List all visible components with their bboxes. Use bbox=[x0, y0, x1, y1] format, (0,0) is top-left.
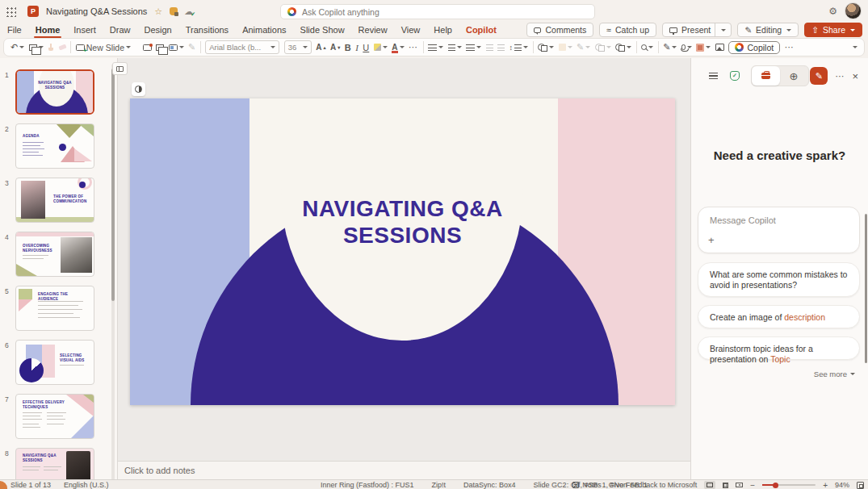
shapes-button[interactable] bbox=[538, 44, 554, 52]
sensitivity-label-icon[interactable] bbox=[170, 7, 178, 15]
work-mode-button[interactable] bbox=[752, 66, 780, 86]
slide-editor[interactable]: NAVIGATING Q&A SESSIONS bbox=[130, 98, 675, 405]
slide-thumbnail-4[interactable]: OVERCOMING NERVOUSNESS bbox=[15, 232, 94, 277]
tab-transitions[interactable]: Transitions bbox=[186, 25, 229, 35]
tab-draw[interactable]: Draw bbox=[110, 25, 131, 35]
collapse-ribbon-button[interactable] bbox=[853, 46, 858, 48]
slide-title[interactable]: NAVIGATING Q&A SESSIONS bbox=[243, 195, 562, 249]
undo-button[interactable]: ↶ bbox=[10, 42, 24, 52]
slide-thumbnail-5[interactable]: ENGAGING THE AUDIENCE bbox=[15, 286, 94, 331]
autosave-cloud-icon[interactable]: ☁ bbox=[184, 6, 193, 17]
new-chat-button[interactable]: ✎ bbox=[810, 67, 828, 85]
tab-design[interactable]: Design bbox=[144, 25, 171, 35]
catch-up-button[interactable]: ≈ Catch up bbox=[599, 23, 656, 37]
notes-toggle[interactable]: Notes bbox=[572, 481, 602, 489]
present-button[interactable]: Present bbox=[662, 23, 732, 37]
thumb-photo bbox=[61, 237, 92, 273]
new-slide-button[interactable]: New Slide bbox=[76, 43, 131, 52]
suggestion-pill-1[interactable]: What are some common mistakes to avoid i… bbox=[698, 262, 860, 297]
ribbon-overflow-button[interactable]: ⋯ bbox=[785, 42, 795, 52]
slide-sorter-icon[interactable] bbox=[723, 483, 728, 488]
bold-button[interactable]: B bbox=[345, 43, 351, 52]
dictate-button[interactable] bbox=[681, 44, 692, 50]
suggestion-pill-2[interactable]: Create an image of description bbox=[698, 305, 860, 328]
copilot-search-box[interactable]: Ask Copilot anything bbox=[280, 4, 595, 19]
bullets-button[interactable] bbox=[428, 44, 443, 51]
zoom-level[interactable]: 94% bbox=[835, 481, 849, 489]
tab-review[interactable]: Review bbox=[359, 25, 388, 35]
pane-more-options-button[interactable]: ⋯ bbox=[835, 71, 845, 82]
designer-suggestion-button[interactable] bbox=[132, 82, 145, 96]
zoom-slider[interactable] bbox=[762, 484, 816, 486]
app-launcher-icon[interactable] bbox=[6, 6, 16, 17]
tab-slide-show[interactable]: Slide Show bbox=[300, 25, 345, 35]
slide-thumbnail-8[interactable]: NAVIGATING Q&A SESSIONS bbox=[15, 448, 94, 479]
italic-button[interactable]: I bbox=[355, 43, 359, 52]
reuse-slides-button[interactable] bbox=[136, 44, 152, 51]
chat-history-icon[interactable] bbox=[709, 73, 718, 79]
slideshow-icon[interactable] bbox=[736, 483, 743, 487]
favorite-star-icon[interactable]: ☆ bbox=[154, 6, 162, 17]
copilot-scrollbar[interactable] bbox=[865, 214, 867, 363]
tab-view[interactable]: View bbox=[401, 25, 421, 35]
tab-file[interactable]: File bbox=[7, 25, 22, 35]
highlight-color-button[interactable] bbox=[374, 44, 388, 51]
microphone-icon bbox=[681, 44, 686, 50]
layout-button[interactable] bbox=[169, 44, 184, 51]
font-size-select[interactable]: 36 bbox=[284, 40, 312, 54]
zoom-out-button[interactable]: − bbox=[750, 481, 755, 489]
grow-font-button[interactable]: A▴ bbox=[316, 43, 325, 52]
tab-copilot[interactable]: Copilot bbox=[466, 25, 497, 35]
numbering-button[interactable] bbox=[448, 44, 462, 51]
language-selector[interactable]: English (U.S.) bbox=[64, 481, 109, 489]
tab-insert[interactable]: Insert bbox=[73, 25, 96, 35]
slide-thumbnail-2[interactable]: AGENDA bbox=[15, 123, 94, 169]
web-mode-button[interactable]: ⊕ bbox=[780, 66, 808, 86]
tab-help[interactable]: Help bbox=[434, 25, 452, 35]
font-name-select[interactable]: Arial Black (b... bbox=[205, 40, 279, 54]
merge-shapes-button[interactable] bbox=[615, 44, 631, 52]
slide-counter[interactable]: Slide 1 of 13 bbox=[10, 481, 51, 489]
find-button[interactable] bbox=[641, 44, 653, 50]
tab-home[interactable]: Home bbox=[36, 25, 61, 35]
thumbnails-scrollbar[interactable] bbox=[111, 65, 115, 479]
sensitivity-button[interactable] bbox=[696, 44, 711, 52]
duplicate-slide-button[interactable] bbox=[156, 44, 164, 51]
font-color-button[interactable]: A bbox=[392, 44, 404, 52]
zoom-in-button[interactable]: + bbox=[823, 481, 828, 489]
align-button[interactable] bbox=[466, 44, 481, 51]
slide-thumbnail-6[interactable]: SELECTING VISUAL AIDS bbox=[15, 340, 94, 385]
share-button[interactable]: ⇧ Share bbox=[804, 23, 862, 37]
more-font-options-button[interactable]: ⋯ bbox=[409, 42, 418, 52]
underline-button[interactable]: U bbox=[363, 43, 369, 52]
tab-animations[interactable]: Animations bbox=[242, 25, 286, 35]
copilot-ribbon-button[interactable]: Copilot bbox=[728, 41, 780, 54]
highlighter-icon bbox=[374, 44, 381, 51]
insert-picture-button[interactable] bbox=[715, 44, 724, 51]
user-avatar[interactable] bbox=[845, 2, 862, 19]
copilot-message-input[interactable]: Message Copilot + bbox=[698, 207, 860, 253]
normal-view-button[interactable] bbox=[704, 481, 715, 489]
slide-thumbnail-3[interactable]: THE POWER OF COMMUNICATION bbox=[15, 178, 94, 223]
shrink-font-button[interactable]: A▾ bbox=[330, 43, 340, 52]
suggestion-pill-3[interactable]: Brainstorm topic ideas for a presentatio… bbox=[698, 336, 860, 360]
editing-mode-button[interactable]: ✎ Editing bbox=[737, 23, 799, 37]
see-more-link[interactable]: See more bbox=[814, 370, 855, 378]
feedback-link[interactable]: Give Feedback to Microsoft bbox=[609, 481, 698, 489]
comments-button[interactable]: Comments bbox=[526, 23, 593, 37]
slide-thumbnail-7[interactable]: EFFECTIVE DELIVERY TECHNIQUES bbox=[15, 394, 94, 439]
notes-pane[interactable]: Click to add notes bbox=[118, 461, 691, 479]
settings-gear-icon[interactable]: ⚙ bbox=[828, 6, 837, 17]
ink-button[interactable]: ✎ bbox=[663, 42, 677, 52]
attach-plus-icon[interactable]: + bbox=[708, 234, 715, 246]
present-dropdown[interactable] bbox=[715, 23, 731, 36]
line-spacing-button[interactable]: ↕ bbox=[509, 44, 529, 52]
pane-close-button[interactable]: × bbox=[852, 70, 858, 82]
paste-button[interactable] bbox=[29, 44, 44, 51]
slide-number: 1 bbox=[5, 69, 15, 115]
slide-thumbnail-1[interactable]: NAVIGATING Q&A SESSIONS bbox=[15, 69, 94, 115]
document-title[interactable]: Navigating Q&A Sessions bbox=[46, 6, 147, 16]
zoom-slider-handle[interactable] bbox=[773, 483, 778, 488]
collapse-thumbnails-button[interactable] bbox=[112, 62, 128, 75]
fit-to-window-icon[interactable] bbox=[857, 482, 864, 489]
